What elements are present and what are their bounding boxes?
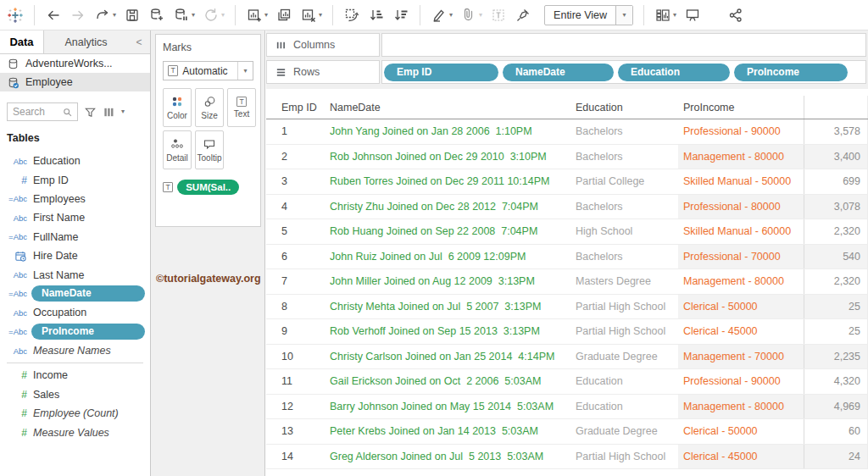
proincome-cell: Professional - 90000 — [678, 369, 804, 394]
emp-id-cell: 1 — [266, 119, 325, 144]
share-icon[interactable] — [727, 4, 744, 26]
table-row[interactable]: 9 Rob Verhoff Joined on Sep 15 2013 3:13… — [266, 319, 868, 345]
education-cell: Bachelors — [570, 145, 678, 169]
emp-id-cell: 10 — [266, 345, 325, 369]
emp-id-cell: 2 — [266, 145, 325, 169]
table-row[interactable]: 14 Greg Alderson Joined on Jul 5 2013 5:… — [266, 445, 868, 470]
caret-icon[interactable]: ▾ — [673, 12, 676, 19]
table-row[interactable]: 8 Christy Mehta Joined on Jul 5 2007 3:1… — [266, 295, 868, 320]
field-emp-id[interactable]: # Emp ID — [0, 170, 150, 189]
field-proincome[interactable]: =Abc ProIncome — [0, 323, 150, 341]
sum-sales-pill[interactable]: SUM(Sal.. — [177, 180, 239, 195]
fit-selector[interactable]: Entire View ▾ — [544, 5, 633, 25]
text-annotation-icon[interactable] — [490, 4, 507, 26]
field-income[interactable]: # Income — [0, 366, 150, 385]
field-last-name[interactable]: Abc Last Name — [0, 265, 150, 284]
table-row[interactable]: 5 Rob Huang Joined on Sep 22 2008 7:04PM… — [266, 219, 868, 245]
data-source-employee[interactable]: Employee — [0, 73, 150, 91]
detail-button[interactable]: Detail — [163, 130, 192, 169]
paperclip-icon[interactable]: ▾ — [460, 4, 482, 26]
sort-ascending-icon[interactable] — [368, 4, 385, 26]
table-row[interactable]: 13 Peter Krebs Joined on Jan 14 2013 5:0… — [266, 419, 868, 445]
rows-shelf[interactable]: Emp ID NameDate Education ProIncome — [381, 60, 866, 84]
field-fullname[interactable]: =Abc FullName — [0, 228, 150, 246]
pill-namedate[interactable]: NameDate — [503, 64, 614, 81]
swap-rows-and-columns-icon[interactable] — [343, 4, 360, 26]
clear-sheet-icon[interactable]: ▾ — [300, 4, 322, 26]
table-row[interactable]: 4 Christy Zhu Joined on Dec 28 2012 7:04… — [266, 195, 868, 220]
mark-type-dropdown[interactable]: T Automatic ▾ — [163, 61, 253, 80]
caret-icon[interactable]: ▾ — [479, 12, 482, 19]
back-arrow-icon[interactable] — [45, 4, 62, 26]
marks-title: Marks — [163, 42, 253, 53]
caret-icon[interactable]: ▾ — [192, 12, 195, 19]
header-education[interactable]: Education — [570, 96, 678, 119]
table-row[interactable]: 2 Rob Johnson Joined on Dec 29 2010 3:10… — [266, 145, 868, 170]
view-as-grid-icon[interactable] — [103, 106, 115, 119]
fit-selector-caret[interactable]: ▾ — [615, 6, 632, 25]
color-button[interactable]: Color — [163, 88, 192, 127]
tooltip-button[interactable]: Tooltip — [195, 130, 224, 169]
table-row[interactable]: 10 Christy Carlson Joined on Jan 25 2014… — [266, 345, 868, 370]
sort-descending-icon[interactable] — [392, 4, 409, 26]
table-row[interactable]: 1 John Yang Joined on Jan 28 2006 1:10PM… — [266, 119, 868, 145]
table-row[interactable]: 3 Ruben Torres Joined on Dec 29 2011 10:… — [266, 169, 868, 195]
columns-shelf[interactable] — [381, 33, 866, 57]
caret-icon[interactable]: ▾ — [449, 12, 453, 19]
field-measure-values[interactable]: # Measure Values — [0, 423, 150, 441]
proincome-cell: Management - 70000 — [678, 345, 804, 369]
search-box[interactable] — [7, 102, 78, 121]
field-occupation[interactable]: Abc Occupation — [0, 303, 150, 322]
redo-loop-icon[interactable]: ▾ — [94, 4, 116, 26]
header-emp-id[interactable]: Emp ID — [266, 96, 325, 119]
fit-selector-value: Entire View — [545, 6, 615, 25]
tab-analytics[interactable]: Analytics — [44, 30, 128, 53]
tab-data[interactable]: Data — [0, 30, 44, 53]
table-row[interactable]: 11 Gail Erickson Joined on Oct 2 2006 5:… — [266, 369, 868, 395]
mark-type-caret[interactable]: ▾ — [237, 62, 253, 80]
refresh-data-icon[interactable]: ▾ — [203, 4, 225, 26]
calculated-abc-icon: =Abc — [0, 194, 27, 203]
pill-proincome[interactable]: ProIncome — [734, 64, 848, 81]
field-first-name[interactable]: Abc First Name — [0, 208, 150, 227]
search-input[interactable] — [13, 106, 62, 118]
field-measure-names[interactable]: Abc Measure Names — [0, 341, 150, 360]
caret-icon[interactable]: ▾ — [221, 12, 225, 19]
field-hire-date[interactable]: Hire Date — [0, 246, 150, 265]
header-namedate[interactable]: NameDate — [325, 96, 570, 119]
presentation-mode-icon[interactable] — [684, 4, 701, 26]
new-worksheet-icon[interactable]: ▾ — [246, 4, 268, 26]
namedate-cell: John Miller Joined on Aug 12 2009 3:13PM — [325, 269, 570, 294]
detail-dots-icon — [170, 137, 184, 151]
pin-icon[interactable] — [515, 4, 531, 26]
caret-icon[interactable]: ▾ — [319, 12, 322, 19]
header-proincome[interactable]: ProIncome — [678, 96, 804, 119]
table-row[interactable]: 12 Barry Johnson Joined on May 15 2014 5… — [266, 395, 868, 420]
table-row[interactable]: 7 John Miller Joined on Aug 12 2009 3:13… — [266, 269, 868, 295]
show-cards-icon[interactable]: ▾ — [654, 4, 676, 26]
size-button[interactable]: Size — [195, 88, 224, 127]
duplicate-sheet-icon[interactable] — [275, 4, 292, 26]
forward-arrow-icon[interactable] — [70, 4, 86, 26]
highlight-pen-icon[interactable]: ▾ — [431, 4, 453, 26]
field-namedate[interactable]: =Abc NameDate — [0, 285, 150, 303]
caret-icon[interactable]: ▾ — [121, 108, 125, 115]
education-cell: Partial High School — [570, 445, 678, 469]
text-button[interactable]: T Text — [227, 88, 256, 127]
filter-funnel-icon[interactable] — [84, 106, 97, 119]
pill-emp-id[interactable]: Emp ID — [384, 64, 498, 81]
pause-data-updates-icon[interactable]: ▾ — [173, 4, 195, 26]
number-icon: # — [0, 389, 27, 401]
add-data-source-icon[interactable] — [148, 4, 165, 26]
pill-education[interactable]: Education — [618, 64, 730, 81]
field-sales[interactable]: # Sales — [0, 385, 150, 404]
field-education[interactable]: Abc Education — [0, 152, 150, 170]
caret-icon[interactable]: ▾ — [113, 12, 116, 19]
caret-icon[interactable]: ▾ — [264, 12, 268, 19]
save-icon[interactable] — [124, 4, 141, 26]
collapse-pane-icon[interactable]: < — [128, 30, 150, 53]
field-employee-count[interactable]: # Employee (Count) — [0, 404, 150, 423]
data-source-adventureworks[interactable]: AdventureWorks... — [0, 54, 150, 73]
field-employees[interactable]: =Abc Employees — [0, 190, 150, 208]
table-row[interactable]: 6 John Ruiz Joined on Jul 6 2009 12:09PM… — [266, 245, 868, 270]
